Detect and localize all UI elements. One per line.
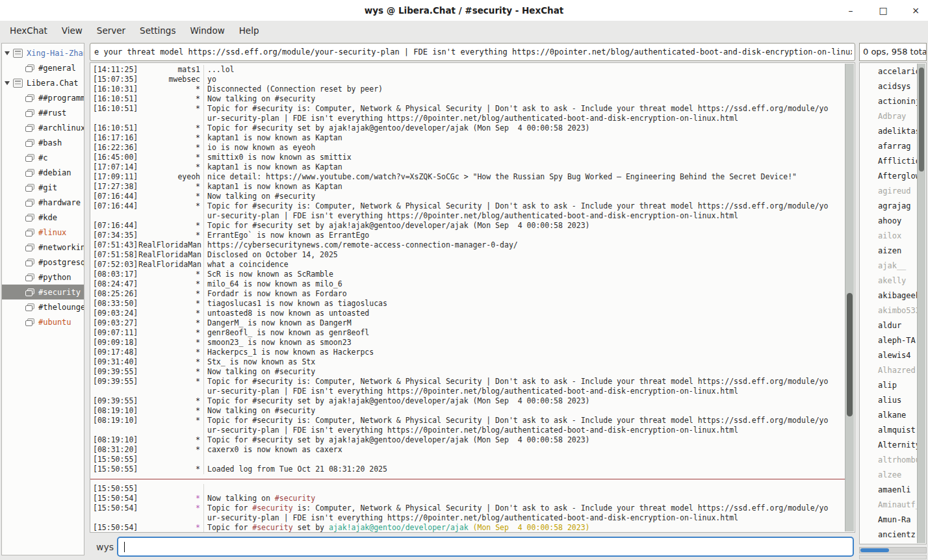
user-item[interactable]: afarrag (860, 139, 926, 154)
userlist-hscrollbar[interactable] (859, 547, 927, 554)
user-item[interactable]: Alhazred (860, 363, 926, 378)
channel-bubble-icon (25, 214, 34, 222)
user-item[interactable]: ancientz (860, 528, 926, 542)
user-item[interactable]: Adbray (860, 109, 926, 124)
close-icon[interactable]: × (909, 3, 923, 18)
menu-item-view[interactable]: View (55, 21, 90, 40)
tree-channel-bash[interactable]: #bash (2, 135, 84, 150)
user-item[interactable]: aleph-TA (860, 333, 926, 348)
chat-timestamp: [07:16:44] (90, 201, 138, 221)
user-item[interactable]: aldur (860, 318, 926, 333)
expander-triangle-icon[interactable] (5, 51, 10, 55)
menu-item-help[interactable]: Help (232, 21, 266, 40)
user-item[interactable]: accelario (860, 64, 926, 79)
user-item[interactable]: amaenli (860, 483, 926, 498)
user-item[interactable]: Alternity (860, 438, 926, 453)
user-item[interactable]: akimbo533 (860, 303, 926, 318)
userlist-scrollbar-thumb[interactable] (919, 68, 924, 172)
chat-message: Now talking on #security (203, 494, 845, 503)
expander-triangle-icon[interactable] (5, 81, 10, 85)
user-item[interactable]: ajak__ (860, 259, 926, 274)
channel-bubble-icon (25, 109, 34, 117)
tree-channel-debian[interactable]: #debian (2, 165, 84, 180)
title-bar[interactable]: wys @ Libera.Chat / #security - HexChat … (0, 0, 928, 21)
chat-timestamp: [16:10:51] (90, 104, 138, 123)
user-item[interactable]: alzee (860, 468, 926, 483)
chat-timestamp: [09:17:48] (90, 348, 138, 357)
chat-timestamp: [16:10:51] (90, 94, 138, 104)
chat-scrollbar-thumb[interactable] (847, 293, 853, 416)
text-caret (124, 542, 125, 552)
tree-channel-networking[interactable]: #networking (2, 240, 84, 255)
user-item[interactable]: alkane (860, 408, 926, 423)
channel-text[interactable]: #security (275, 494, 315, 503)
userlist-scrollbar[interactable] (917, 64, 925, 543)
chat-timestamp: [08:31:20] (90, 445, 138, 455)
user-item[interactable]: alip (860, 378, 926, 393)
chat-row: [17:09:11]eyeohnice detail: https://www.… (90, 172, 845, 182)
user-list-items: accelarioacidsysactioninjAdbrayadeliktas… (860, 64, 926, 542)
tree-channel-rust[interactable]: ##rust (2, 105, 84, 120)
tree-channel-kde[interactable]: #kde (2, 210, 84, 225)
topic-bar[interactable]: e your threat model https://ssd.eff.org/… (90, 43, 855, 61)
chat-nick: * (138, 94, 203, 104)
userlist-hscrollbar-thumb[interactable] (860, 548, 889, 552)
channel-text[interactable]: #security (252, 503, 292, 513)
user-item[interactable]: almquist (860, 423, 926, 438)
user-item[interactable]: Afflictio (860, 154, 926, 169)
maximize-icon[interactable]: □ (876, 3, 890, 18)
tree-channel-ubuntu[interactable]: #ubuntu (2, 314, 84, 329)
chat-timestamp: [09:39:55] (90, 396, 138, 406)
tree-channel-python[interactable]: #python (2, 270, 84, 285)
user-item[interactable]: Amun-Ra (860, 513, 926, 528)
user-item[interactable]: Afterglow (860, 169, 926, 184)
menu-item-settings[interactable]: Settings (133, 21, 183, 40)
tree-channel-linux[interactable]: #linux (2, 225, 84, 240)
user-item[interactable]: altrhombu (860, 453, 926, 468)
user-item[interactable]: alewis4 (860, 348, 926, 363)
user-item[interactable]: akelly (860, 274, 926, 288)
tree-channel-hardware[interactable]: #hardware (2, 195, 84, 210)
minimize-icon[interactable]: – (844, 3, 858, 18)
nick-label[interactable]: wys (96, 537, 114, 557)
tree-channel-thelounge[interactable]: #thelounge (2, 299, 84, 314)
channel-text[interactable]: #security (252, 523, 292, 532)
chat-scrollbar[interactable] (845, 64, 854, 531)
chat-nick: * (138, 503, 203, 523)
tree-channel-git[interactable]: #git (2, 180, 84, 195)
tree-channel-postgresql[interactable]: #postgresql (2, 255, 84, 270)
user-item[interactable]: acidsys (860, 79, 926, 94)
tree-channel-c[interactable]: #c (2, 150, 84, 165)
chat-row: [09:39:55]*Now talking on #security (90, 367, 845, 377)
chat-nick: * (138, 201, 203, 221)
date-text[interactable]: (Mon Sep 4 00:00:58 2023) (473, 523, 590, 532)
user-item[interactable]: adeliktas (860, 124, 926, 139)
chat-nick: mwebsec (138, 75, 203, 84)
user-item[interactable]: agireud (860, 184, 926, 199)
message-input[interactable] (118, 538, 853, 555)
user-item[interactable]: akibageek (860, 288, 926, 303)
host-text[interactable]: ajak!ajak@gentoo/developer/ajak (329, 523, 469, 532)
tree-splitter[interactable] (84, 43, 88, 555)
tree-server-Libera.Chat[interactable]: Libera.Chat (2, 75, 84, 90)
user-item[interactable]: ahooy (860, 214, 926, 229)
chat-message: kaptan1 is now known as Kaptan (203, 133, 845, 143)
user-item[interactable]: aizen (860, 244, 926, 259)
chat-timestamp: [09:31:40] (90, 357, 138, 367)
chat-row: [09:39:55]*Topic for #security set by aj… (90, 396, 845, 406)
tree-channel-general[interactable]: #general (2, 60, 84, 75)
menu-item-server[interactable]: Server (90, 21, 133, 40)
menu-item-window[interactable]: Window (183, 21, 231, 40)
tree-server-Xing-Hai-Zhan[interactable]: Xing-Hai-Zhan (2, 45, 84, 60)
user-item[interactable]: agrajag (860, 199, 926, 214)
user-item[interactable]: alius (860, 393, 926, 408)
user-item[interactable]: Aminautf_ (860, 498, 926, 513)
userlist-hscrollbar-track2[interactable] (859, 555, 927, 559)
tree-channel-programming[interactable]: ##programming (2, 90, 84, 105)
user-item[interactable]: actioninj (860, 94, 926, 109)
menu-item-hexchat[interactable]: HexChat (3, 21, 55, 40)
chat-row: [07:51:43]RealFloridaManhttps://cybersec… (90, 240, 845, 250)
tree-channel-security[interactable]: #security (2, 285, 84, 299)
tree-channel-archlinux[interactable]: #archlinux (2, 120, 84, 135)
user-item[interactable]: ailox (860, 229, 926, 244)
